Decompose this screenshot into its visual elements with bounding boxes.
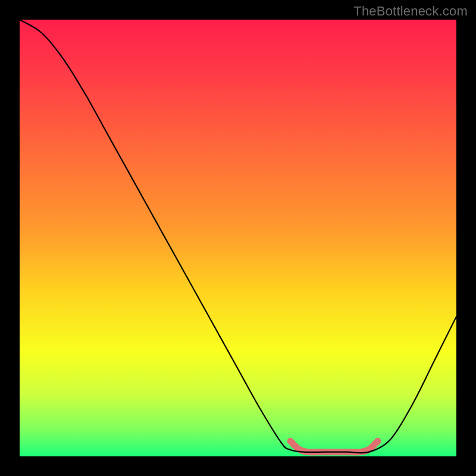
bottleneck-chart [20,20,456,456]
chart-frame: TheBottleneck.com [0,0,476,476]
gradient-background [20,20,456,456]
plot-area [20,20,456,456]
watermark-text: TheBottleneck.com [353,4,468,19]
